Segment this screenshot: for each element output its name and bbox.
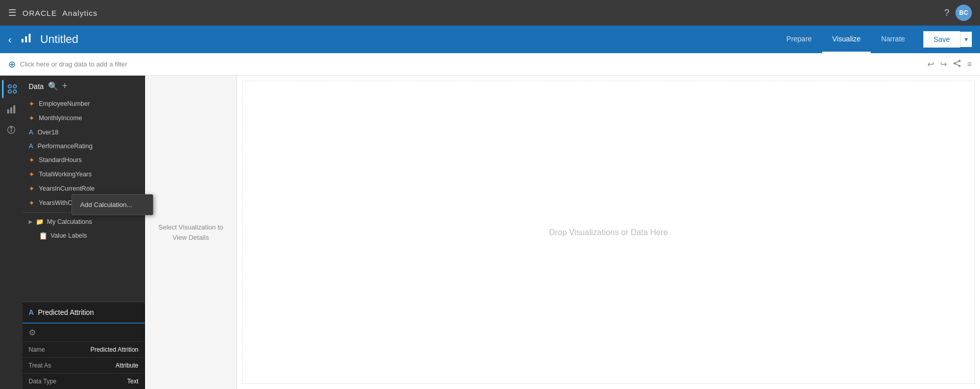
hamburger-icon[interactable]: ☰: [8, 7, 16, 18]
context-menu-item-add-calculation[interactable]: Add Calculation...: [72, 197, 153, 213]
share-icon[interactable]: [953, 59, 961, 70]
svg-line-6: [954, 61, 960, 63]
data-panel-add-icon[interactable]: +: [62, 81, 68, 91]
measure-icon: ✦: [29, 100, 35, 108]
predicted-attr-icon: A: [29, 308, 34, 316]
sidebar-icon-visualize[interactable]: [2, 100, 20, 119]
measure-icon: ✦: [29, 156, 35, 164]
svg-rect-1: [25, 36, 27, 42]
prop-value-name: Predicted Attrition: [69, 346, 138, 353]
measure-icon: ✦: [29, 185, 35, 193]
data-panel-header: Data 🔍 +: [22, 76, 145, 97]
data-panel-title: Data: [29, 82, 44, 90]
sidebar-icon-data[interactable]: [2, 80, 20, 98]
list-item[interactable]: ✦ EmployeeNumber: [22, 97, 145, 111]
svg-point-16: [10, 127, 12, 129]
data-item-label: MonthlyIncome: [39, 115, 82, 122]
predicted-attrition-section: A Predicted Attrition ⚙ Name Predicted A…: [22, 302, 145, 389]
save-button[interactable]: Save: [923, 31, 960, 48]
sidebar-icon-analytics[interactable]: [2, 121, 20, 139]
help-icon[interactable]: ?: [944, 8, 949, 18]
main-layout: Data 🔍 + ✦ EmployeeNumber ✦ MonthlyIncom…: [0, 76, 980, 389]
folder-label: My Calculations: [47, 218, 92, 225]
svg-point-8: [8, 85, 11, 88]
data-item-label: PerformanceRating: [37, 143, 92, 150]
svg-rect-0: [21, 39, 23, 42]
oracle-logo: ORACLE Analytics: [22, 9, 98, 17]
page-title: Untitled: [40, 33, 768, 46]
viz-selector-panel: Select Visualization to View Details: [145, 76, 237, 389]
list-item[interactable]: ✦ YearsInCurrentRole: [22, 181, 145, 196]
data-panel-search-icon[interactable]: 🔍: [48, 81, 58, 91]
svg-point-9: [13, 85, 16, 88]
svg-point-10: [8, 90, 11, 93]
redo-icon[interactable]: ↪: [940, 59, 947, 69]
data-item-label: EmployeeNumber: [39, 100, 90, 107]
filter-text: Click here or drag data to add a filter: [20, 60, 127, 68]
svg-rect-2: [29, 34, 31, 42]
list-item[interactable]: A Over18: [22, 125, 145, 139]
context-menu: Add Calculation...: [71, 194, 153, 215]
measure-icon: ✦: [29, 170, 35, 178]
list-item[interactable]: ✦ TotalWorkingYears: [22, 167, 145, 181]
second-bar: ‹ Untitled Prepare Visualize Narrate Sav…: [0, 26, 980, 53]
prop-row-name: Name Predicted Attrition: [22, 341, 145, 357]
save-dropdown-button[interactable]: ▾: [960, 32, 972, 47]
measure-icon: ✦: [29, 114, 35, 122]
tab-narrate[interactable]: Narrate: [871, 26, 915, 53]
back-icon[interactable]: ‹: [8, 34, 12, 45]
sidebar-icons: [0, 76, 22, 389]
filter-bar: ⊕ Click here or drag data to add a filte…: [0, 53, 980, 76]
svg-rect-17: [11, 129, 12, 132]
main-area: Select Visualization to View Details Dro…: [145, 76, 980, 389]
prop-label-treat-as: Treat As: [29, 362, 69, 369]
canvas-drop-text: Drop Visualizations or Data Here: [549, 228, 668, 237]
predicted-title: Predicted Attrition: [38, 308, 94, 316]
data-item-label: TotalWorkingYears: [39, 171, 92, 178]
predicted-header: A Predicted Attrition: [22, 302, 145, 324]
tab-prepare[interactable]: Prepare: [776, 26, 822, 53]
folder-icon: 📁: [36, 218, 44, 225]
settings-gear-icon[interactable]: ⚙: [29, 328, 36, 337]
svg-rect-14: [13, 105, 15, 113]
folder-my-calculations[interactable]: ▶ 📁 My Calculations: [22, 215, 145, 228]
prop-row-data-type: Data Type Text: [22, 373, 145, 389]
oracle-text: ORACLE: [22, 9, 57, 17]
folder-icon-value: 📋: [39, 232, 47, 240]
data-item-label: StandardHours: [39, 156, 82, 164]
text-attr-icon: A: [29, 128, 33, 136]
prop-row-treat-as: Treat As Attribute: [22, 357, 145, 373]
folder-value-labels[interactable]: 📋 Value Labels: [22, 228, 145, 243]
prop-value-data-type: Text: [69, 378, 138, 385]
viz-select-text: Select Visualization to View Details: [155, 222, 226, 242]
data-item-label: YearsInCurrentRole: [39, 185, 94, 192]
prop-label-data-type: Data Type: [29, 378, 69, 385]
canvas-area[interactable]: Drop Visualizations or Data Here: [237, 76, 980, 389]
analytics-text: Analytics: [62, 9, 98, 17]
save-button-group: Save ▾: [923, 31, 972, 48]
svg-rect-13: [10, 107, 12, 113]
folder-arrow-icon: ▶: [29, 219, 33, 224]
data-item-label: Over18: [37, 129, 58, 136]
svg-line-7: [954, 63, 960, 66]
svg-rect-12: [7, 109, 9, 113]
canvas-drop-zone[interactable]: Drop Visualizations or Data Here: [242, 81, 975, 384]
predicted-props: Name Predicted Attrition Treat As Attrib…: [22, 341, 145, 389]
prop-label-name: Name: [29, 346, 69, 353]
predicted-settings: ⚙: [22, 324, 145, 341]
list-item[interactable]: ✦ MonthlyIncome: [22, 111, 145, 125]
list-item[interactable]: A PerformanceRating: [22, 139, 145, 153]
text-attr-icon: A: [29, 142, 33, 150]
add-filter-icon[interactable]: ⊕: [8, 59, 16, 70]
undo-icon[interactable]: ↩: [927, 59, 934, 69]
prop-value-treat-as[interactable]: Attribute: [69, 362, 138, 369]
page-icon: [20, 32, 32, 47]
more-menu-icon[interactable]: ≡: [967, 60, 972, 69]
data-panel: Data 🔍 + ✦ EmployeeNumber ✦ MonthlyIncom…: [22, 76, 145, 389]
tab-visualize[interactable]: Visualize: [822, 26, 871, 53]
avatar[interactable]: BC: [955, 5, 972, 21]
toolbar-icons: ↩ ↪ ≡: [927, 59, 972, 70]
top-bar: ☰ ORACLE Analytics ? BC: [0, 0, 980, 26]
list-item[interactable]: ✦ StandardHours: [22, 153, 145, 167]
measure-icon: ✦: [29, 199, 35, 207]
